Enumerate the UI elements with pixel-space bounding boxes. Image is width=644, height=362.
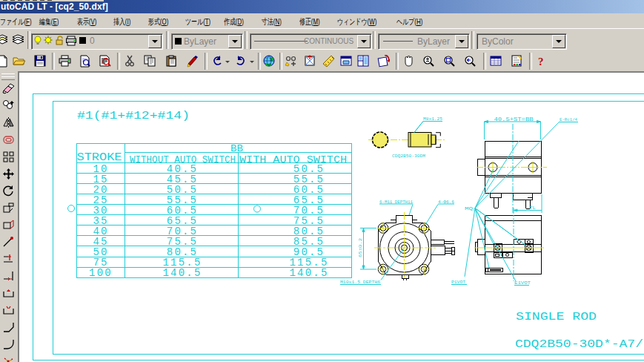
- svg-text:TL: TL: [529, 205, 536, 211]
- svg-text:E-Rc1/4: E-Rc1/4: [560, 117, 577, 122]
- svg-text:E1VOT: E1VOT: [514, 280, 531, 286]
- svg-text:0: 0: [90, 36, 95, 46]
- svg-text:BB: BB: [230, 144, 243, 154]
- svg-text:65±0.2: 65±0.2: [358, 238, 363, 257]
- svg-text:40.5+ST=BB: 40.5+ST=BB: [494, 116, 534, 122]
- svg-text:M10x1.5 DEPTH6: M10x1.5 DEPTH6: [340, 280, 380, 285]
- svg-text:SINGLE ROD: SINGLE ROD: [516, 311, 597, 323]
- svg-text:P1VOT: P1VOT: [451, 280, 465, 285]
- svg-text:?: ?: [538, 56, 544, 68]
- svg-text:4-Ф6.6: 4-Ф6.6: [438, 200, 454, 205]
- svg-text:140.5: 140.5: [289, 267, 328, 279]
- svg-text:CDQ2B50-30DM: CDQ2B50-30DM: [392, 154, 425, 159]
- svg-text:#1(#1+#12+#14): #1(#1+#12+#14): [77, 109, 190, 122]
- svg-text:6-M11 DEPTH11: 6-M11 DEPTH11: [379, 200, 413, 205]
- svg-text:100: 100: [89, 267, 113, 279]
- svg-text:MQ: MQ: [465, 206, 474, 211]
- svg-text:140.5: 140.5: [162, 267, 202, 279]
- svg-text:STROKE: STROKE: [77, 151, 122, 164]
- svg-text:CDQ2B50-30D*-A7/: CDQ2B50-30D*-A7/: [515, 338, 643, 350]
- svg-text:M8x1.25: M8x1.25: [423, 116, 442, 122]
